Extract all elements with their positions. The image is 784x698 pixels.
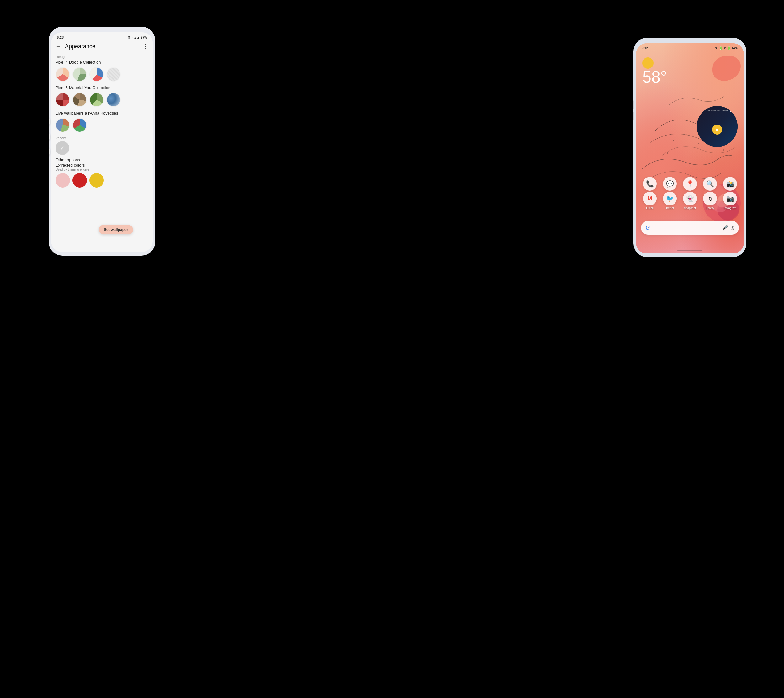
gmail-icon[interactable]: M <box>643 192 657 205</box>
live-row <box>56 118 148 132</box>
camera-icon[interactable]: 📸 <box>723 177 737 191</box>
variant-selected[interactable]: ✓ <box>56 141 69 155</box>
status-bar-left: 6:23 ⚙ ≈ ▲▲ 77% <box>51 32 153 40</box>
pixel4-row <box>56 67 148 82</box>
scene: ⊞ 🎨 ✏ 6:23 ⚙ ≈ ▲▲ 77% ← Appearance ⋮ <box>0 0 784 698</box>
microphone-icon[interactable]: 🎤 <box>722 225 728 231</box>
home-indicator[interactable] <box>677 250 702 251</box>
phone-right: 9:12 ▼ 🔋 ▼ 🔋 64% 58° <box>634 38 746 257</box>
gmail-label: Gmail <box>646 206 654 210</box>
wallpaper-live-1[interactable] <box>56 118 70 132</box>
wallpaper-p6-1[interactable] <box>56 92 70 107</box>
left-screen: 6:23 ⚙ ≈ ▲▲ 77% ← Appearance ⋮ Design P <box>51 32 153 252</box>
battery-right-icon: 🔋 <box>719 46 723 50</box>
signal-bars: ▲▲ <box>133 36 140 39</box>
power-button <box>746 94 746 109</box>
music-widget: ⏭ Non-Stop Exotic Cabaret ▶ <box>697 106 738 147</box>
weather-temp: 58° <box>642 69 738 85</box>
spotify-icon[interactable]: ♫ <box>703 192 717 205</box>
extracted-colors-title: Extracted colors <box>56 163 148 168</box>
app-maps: 📍 <box>683 177 697 191</box>
eyedropper-icon[interactable]: ✏ <box>49 147 51 156</box>
set-wallpaper-tooltip[interactable]: Set wallpaper <box>99 225 133 234</box>
time-right: 9:12 <box>642 46 648 50</box>
spotify-label: Spotify <box>706 206 714 210</box>
play-icon: ▶ <box>716 127 719 132</box>
pixel6-row <box>56 92 148 107</box>
album-label: Non-Stop Exotic Cabaret <box>707 110 728 112</box>
app-twitter: 🐦 Twitter <box>663 192 677 210</box>
phone-icon[interactable]: 📞 <box>643 177 657 191</box>
app-camera: 📸 <box>723 177 737 191</box>
crop-icon[interactable]: ⊞ <box>49 117 51 126</box>
instagram-icon[interactable]: 📷 <box>723 192 737 205</box>
app-chrome: 🔍 <box>703 177 717 191</box>
signal-icon: ⚙ <box>127 36 130 39</box>
app-spotify: ♫ Spotify <box>703 192 717 210</box>
palette-icon[interactable]: 🎨 <box>49 132 51 141</box>
header-bar: ← Appearance ⋮ <box>51 40 153 53</box>
wallpaper-p6-2[interactable] <box>72 92 87 107</box>
left-side-actions: ⊞ 🎨 ✏ <box>49 117 51 156</box>
status-icons-left: ⚙ ≈ ▲▲ 77% <box>127 36 147 39</box>
phone-left: ⊞ 🎨 ✏ 6:23 ⚙ ≈ ▲▲ 77% ← Appearance ⋮ <box>49 26 155 256</box>
color-swatch-red[interactable] <box>72 173 87 188</box>
sun-icon <box>642 58 654 69</box>
pixel4-title: Pixel 4 Doodle Collection <box>56 60 148 64</box>
wallpaper-p4-2[interactable] <box>72 67 87 82</box>
other-options-title: Other options <box>56 157 148 162</box>
wallpaper-p4-1[interactable] <box>56 67 70 82</box>
google-search-bar[interactable]: G 🎤 ◎ <box>641 221 739 235</box>
wallpaper-p4-4[interactable] <box>106 67 121 82</box>
instagram-label: Instagram <box>724 206 736 210</box>
right-screen: 9:12 ▼ 🔋 ▼ 🔋 64% 58° <box>636 43 744 254</box>
color-swatch-yellow[interactable] <box>89 173 104 188</box>
scroll-content[interactable]: Design Pixel 4 Doodle Collection Pixel 6… <box>51 53 153 252</box>
app-row-2: 📞 💬 📍 🔍 📸 <box>636 177 744 191</box>
chrome-icon[interactable]: 🔍 <box>703 177 717 191</box>
snapchat-label: Snapchat <box>684 206 696 210</box>
wallpaper-p6-4[interactable] <box>106 92 121 107</box>
pixel6-title: Pixel 6 Material You Collection <box>56 85 148 90</box>
vol-down <box>49 94 49 103</box>
snapchat-icon[interactable]: 👻 <box>683 192 697 205</box>
more-menu-icon[interactable]: ⋮ <box>143 43 148 50</box>
maps-icon[interactable]: 📍 <box>683 177 697 191</box>
twitter-icon[interactable]: 🐦 <box>663 192 677 205</box>
wallpaper-live-2[interactable] <box>72 118 87 132</box>
volume-buttons <box>49 83 49 103</box>
google-g-icon: G <box>646 224 650 231</box>
color-swatches-row <box>56 173 148 188</box>
album-art: ⏭ Non-Stop Exotic Cabaret ▶ <box>697 106 738 147</box>
weather-icon-wrap <box>642 58 738 69</box>
lens-icon[interactable]: ◎ <box>731 225 735 230</box>
app-messages: 💬 <box>663 177 677 191</box>
wallpaper-p6-3[interactable] <box>89 92 104 107</box>
battery-right-pct: ▼ 🔋 64% <box>723 46 738 50</box>
live-title: Live wallpapers à l'Anna Kövecses <box>56 111 148 116</box>
color-swatch-pink[interactable] <box>56 173 70 188</box>
wallpaper-p4-3[interactable] <box>89 67 104 82</box>
battery-left: 77% <box>141 36 147 39</box>
variant-label: Variant <box>56 136 148 140</box>
extracted-colors-subtitle: Used by theming engine <box>56 168 148 171</box>
app-gmail: M Gmail <box>643 192 657 210</box>
twitter-label: Twitter <box>666 206 674 210</box>
app-phone: 📞 <box>643 177 657 191</box>
back-button[interactable]: ← <box>56 43 61 50</box>
app-snapchat: 👻 Snapchat <box>683 192 697 210</box>
next-track-icon[interactable]: ⏭ <box>730 109 733 112</box>
wifi-icon: ≈ <box>131 36 133 39</box>
status-icons-right: ▼ 🔋 ▼ 🔋 64% <box>715 46 738 50</box>
right-screen-content: 9:12 ▼ 🔋 ▼ 🔋 64% 58° <box>636 43 744 254</box>
play-button[interactable]: ▶ <box>712 125 722 135</box>
time-left: 6:23 <box>57 35 64 39</box>
design-label: Design <box>56 55 148 59</box>
messages-icon[interactable]: 💬 <box>663 177 677 191</box>
vol-up <box>49 83 49 92</box>
check-icon: ✓ <box>60 145 65 152</box>
app-row-1: M Gmail 🐦 Twitter 👻 Snapchat ♫ Spotify <box>636 192 744 210</box>
status-bar-right: 9:12 ▼ 🔋 ▼ 🔋 64% <box>636 43 744 51</box>
app-instagram: 📷 Instagram <box>723 192 737 210</box>
page-title: Appearance <box>65 43 143 50</box>
